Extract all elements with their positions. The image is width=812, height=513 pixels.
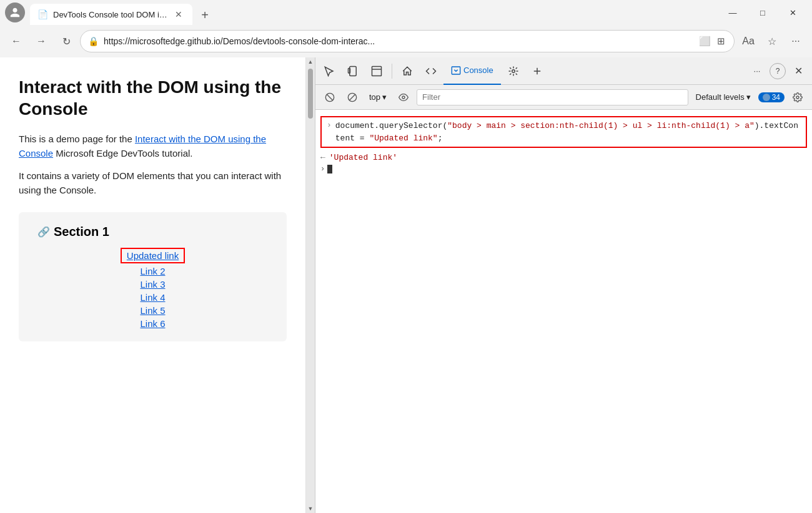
context-selector[interactable]: top ▾ xyxy=(365,91,390,103)
devtools-toolbar: Console ··· ? ✕ xyxy=(315,57,812,85)
page-description-1: This is a demo page for the Interact wit… xyxy=(19,132,287,160)
toolbar-divider xyxy=(392,64,392,79)
svg-rect-2 xyxy=(372,66,382,76)
sources-button[interactable] xyxy=(420,60,442,82)
close-button[interactable]: ✕ xyxy=(778,2,807,22)
link-4[interactable]: Link 4 xyxy=(140,292,165,303)
more-button[interactable]: ··· xyxy=(785,30,807,52)
title-bar: 📄 DevTools Console tool DOM inte ✕ + — □… xyxy=(0,0,812,25)
profile-avatar[interactable] xyxy=(5,2,25,22)
svg-point-5 xyxy=(512,69,515,72)
address-text: https://microsoftedge.github.io/Demos/de… xyxy=(104,36,693,46)
link-2[interactable]: Link 2 xyxy=(140,266,165,276)
home-button[interactable] xyxy=(396,60,418,82)
tabs-area: 📄 DevTools Console tool DOM inte ✕ + xyxy=(30,0,718,25)
tab-icon: 📄 xyxy=(37,9,48,19)
context-chevron: ▾ xyxy=(382,92,387,102)
lock-icon: 🔒 xyxy=(88,36,99,46)
devtools-close-button[interactable]: ✕ xyxy=(787,60,810,82)
devtools-help-button[interactable]: ? xyxy=(770,63,786,79)
tab-close-button[interactable]: ✕ xyxy=(172,8,185,21)
console-bar: top ▾ Default levels ▾ 34 xyxy=(315,85,812,110)
page-description-2: It contains a variety of DOM elements th… xyxy=(19,169,287,197)
page-scrollbar[interactable]: ▲ ▼ xyxy=(306,57,315,513)
scroll-up-arrow[interactable]: ▲ xyxy=(306,57,315,66)
issues-bubble-icon xyxy=(763,94,770,101)
output-arrow: ← xyxy=(320,153,325,162)
console-next-row[interactable]: › xyxy=(315,164,812,175)
svg-rect-4 xyxy=(452,67,460,74)
anchor-icon: 🔗 xyxy=(37,226,50,238)
page-title: Interact with the DOM using the Console xyxy=(19,76,287,120)
console-result: 'Updated link' xyxy=(329,153,397,162)
link-updated[interactable]: Updated link xyxy=(121,248,185,263)
close-drawer-button[interactable] xyxy=(365,60,388,82)
svg-point-12 xyxy=(402,96,405,99)
console-output: › document.querySelector("body > main > … xyxy=(315,110,812,513)
link-5[interactable]: Link 5 xyxy=(140,305,165,316)
console-input-row: › document.querySelector("body > main > … xyxy=(320,116,807,148)
issues-count: 34 xyxy=(772,93,780,102)
svg-rect-0 xyxy=(350,66,357,76)
svg-line-11 xyxy=(349,94,355,100)
section-title-text: Section 1 xyxy=(54,225,109,239)
console-settings-button[interactable] xyxy=(788,89,807,106)
forward-button[interactable]: → xyxy=(30,30,52,52)
page-content: Interact with the DOM using the Console … xyxy=(0,57,306,513)
debug-icon-button[interactable] xyxy=(502,60,525,82)
add-tool-button[interactable] xyxy=(526,60,548,82)
next-prompt-chevron: › xyxy=(320,165,325,173)
issues-badge[interactable]: 34 xyxy=(758,92,785,102)
main-area: Interact with the DOM using the Console … xyxy=(0,57,812,513)
link-6[interactable]: Link 6 xyxy=(140,318,165,329)
console-cursor xyxy=(327,165,332,173)
desc-plain-text: This is a demo page for the xyxy=(19,134,135,144)
levels-dropdown[interactable]: Default levels ▾ xyxy=(692,91,755,103)
console-tab[interactable]: Console xyxy=(443,57,501,85)
clear-console-button[interactable] xyxy=(320,89,339,106)
collections-icon[interactable]: ⊞ xyxy=(716,34,726,48)
profile-button[interactable]: Aa xyxy=(737,30,760,52)
address-input-wrap[interactable]: 🔒 https://microsoftedge.github.io/Demos/… xyxy=(80,30,735,52)
devtools-panel: Console ··· ? ✕ xyxy=(315,57,812,513)
levels-label: Default levels xyxy=(696,92,745,102)
block-icon-button[interactable] xyxy=(343,89,362,106)
scroll-down-arrow[interactable]: ▼ xyxy=(306,504,315,513)
console-output-row: ← 'Updated link' xyxy=(315,152,812,164)
link-3[interactable]: Link 3 xyxy=(140,279,165,290)
console-tab-label: Console xyxy=(463,66,493,75)
new-tab-button[interactable]: + xyxy=(195,5,215,25)
desc-rest-text: Microsoft Edge DevTools tutorial. xyxy=(53,148,192,159)
svg-line-9 xyxy=(327,94,332,100)
console-prompt-right: › xyxy=(327,120,332,130)
browser-actions: Aa ☆ ··· xyxy=(737,30,807,52)
console-code: document.querySelector("body > main > se… xyxy=(335,120,801,144)
context-label: top xyxy=(369,92,380,102)
active-tab[interactable]: 📄 DevTools Console tool DOM inte ✕ xyxy=(30,4,192,25)
address-icons: ⬜ ⊞ xyxy=(698,34,726,48)
cast-icon[interactable]: ⬜ xyxy=(698,34,712,48)
section-links: Updated link Link 2 Link 3 Link 4 Link 5… xyxy=(37,248,268,329)
device-emulation-button[interactable] xyxy=(342,60,364,82)
svg-point-13 xyxy=(796,96,799,99)
minimize-button[interactable]: — xyxy=(718,2,747,22)
scroll-thumb[interactable] xyxy=(308,69,313,119)
levels-chevron: ▾ xyxy=(746,92,751,102)
back-button[interactable]: ← xyxy=(5,30,27,52)
address-bar: ← → ↻ 🔒 https://microsoftedge.github.io/… xyxy=(0,25,812,57)
filter-input[interactable] xyxy=(417,89,688,105)
tab-title: DevTools Console tool DOM inte xyxy=(53,10,167,19)
eye-button[interactable] xyxy=(394,89,413,106)
devtools-more-button[interactable]: ··· xyxy=(746,60,768,82)
window-controls: — □ ✕ xyxy=(718,2,807,22)
favorites-button[interactable]: ☆ xyxy=(761,30,783,52)
maximize-button[interactable]: □ xyxy=(748,2,777,22)
section-1-title: 🔗 Section 1 xyxy=(37,225,268,239)
inspect-element-button[interactable] xyxy=(318,60,340,82)
refresh-button[interactable]: ↻ xyxy=(55,30,77,52)
section-1-box: 🔗 Section 1 Updated link Link 2 Link 3 L… xyxy=(19,212,287,341)
